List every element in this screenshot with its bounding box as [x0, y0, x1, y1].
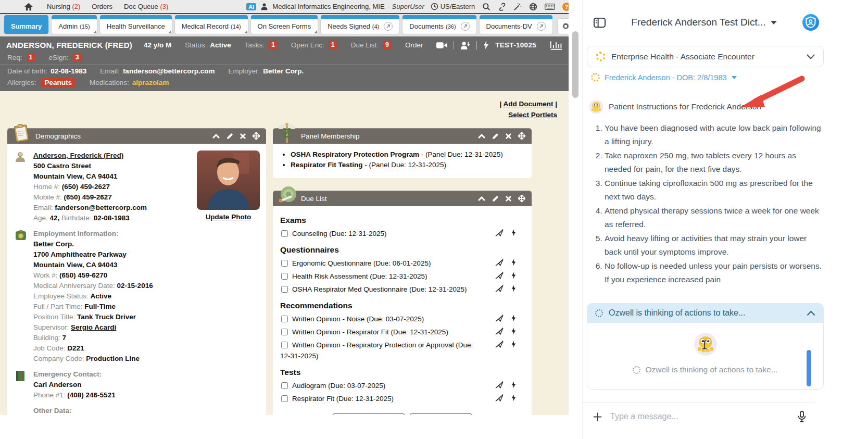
collapse-icon[interactable]	[478, 196, 485, 201]
send-icon[interactable]	[495, 259, 504, 266]
order-link[interactable]: Order	[405, 41, 423, 49]
send-icon[interactable]	[495, 381, 504, 388]
bolt-icon[interactable]	[511, 381, 516, 388]
select-portlets-link[interactable]: Select Portlets	[508, 111, 557, 119]
bolt-icon[interactable]	[511, 285, 516, 292]
send-icon[interactable]	[495, 315, 504, 322]
add-user-icon[interactable]	[460, 41, 470, 49]
add-attachment-icon[interactable]	[593, 412, 602, 421]
bolt-icon[interactable]	[511, 328, 516, 335]
sidebar-toggle-icon[interactable]	[593, 17, 606, 29]
tab-documents-dv[interactable]: Documents-DV	[480, 19, 552, 34]
patient-name-link[interactable]: Anderson, Frederick (Fred)	[33, 152, 123, 159]
due-item-checkbox[interactable]	[281, 329, 288, 335]
instruction-item: No follow-up is needed unless your pain …	[605, 259, 823, 286]
bolt-icon[interactable]	[511, 229, 516, 236]
external-link-icon[interactable]	[537, 22, 546, 31]
send-icon[interactable]	[495, 272, 504, 279]
nav-nursing[interactable]: Nursing (2)	[47, 3, 80, 10]
close-icon[interactable]	[506, 196, 511, 202]
close-icon[interactable]	[240, 133, 246, 139]
nav-doc-queue[interactable]: Doc Queue (3)	[124, 3, 168, 10]
due-item-checkbox[interactable]	[281, 395, 288, 402]
patient-context-link[interactable]: Frederick Anderson - DOB: 2/8/1983	[591, 73, 824, 82]
tab-health-surveillance[interactable]: Health Surveillance	[100, 19, 172, 34]
send-icon[interactable]	[495, 394, 504, 402]
ozwell-logo-icon[interactable]	[802, 14, 820, 31]
conversation-title-dropdown[interactable]: Frederick Anderson Test Dict...	[606, 17, 802, 28]
supervisor-link[interactable]: Sergio Acardi	[71, 323, 116, 331]
keyboard-icon[interactable]	[545, 3, 555, 10]
collapse-icon[interactable]	[212, 134, 220, 139]
send-icon[interactable]	[495, 285, 504, 292]
tab-medical-record[interactable]: Medical Record(14)	[175, 19, 248, 34]
due-section-heading: Recommendations	[280, 301, 524, 310]
due-item-checkbox[interactable]	[281, 342, 288, 348]
move-icon[interactable]	[518, 195, 525, 202]
edit-icon[interactable]	[492, 133, 499, 140]
due-section-heading: Exams	[280, 216, 524, 225]
send-icon[interactable]	[495, 328, 504, 335]
due-item-checkbox[interactable]	[281, 382, 288, 389]
chevron-up-icon[interactable]	[807, 310, 815, 316]
edit-icon[interactable]	[492, 195, 499, 202]
due-list-count-badge[interactable]: 9	[383, 41, 392, 49]
add-document-link[interactable]: Add Document	[503, 100, 553, 108]
due-item-checkbox[interactable]	[281, 286, 288, 293]
help-icon[interactable]: ?	[562, 3, 569, 11]
open-enc-count-badge[interactable]: 1	[329, 41, 337, 49]
status-value: Active	[210, 41, 231, 49]
due-item-checkbox[interactable]	[281, 316, 288, 322]
search-icon[interactable]	[482, 3, 490, 11]
video-call-icon[interactable]	[436, 42, 447, 49]
external-link-icon[interactable]	[384, 22, 393, 31]
bolt-icon[interactable]	[511, 315, 516, 322]
medication-value[interactable]: alprazolam	[132, 79, 169, 86]
allergy-badge[interactable]: Peanuts	[41, 78, 77, 87]
tab-on-screen-forms[interactable]: On Screen Forms	[251, 19, 318, 34]
chart-stats-icon[interactable]	[550, 41, 562, 50]
link-icon[interactable]	[498, 3, 506, 11]
globe-icon[interactable]	[529, 3, 537, 11]
external-link-icon[interactable]	[461, 22, 470, 31]
due-item-checkbox[interactable]	[281, 230, 288, 237]
bolt-icon[interactable]	[483, 41, 489, 49]
req-count-badge[interactable]: 1	[27, 53, 35, 62]
move-icon[interactable]	[253, 132, 260, 140]
tab-settings-gears-icon[interactable]	[558, 19, 569, 34]
bolt-icon[interactable]	[511, 341, 516, 348]
panel-scrollbar[interactable]	[807, 350, 811, 386]
due-item-checkbox[interactable]	[281, 260, 288, 267]
tab-admin[interactable]: Admin(15)	[52, 19, 96, 34]
bolt-icon[interactable]	[511, 394, 516, 402]
nav-orders[interactable]: Orders	[92, 3, 112, 10]
message-input[interactable]	[610, 412, 789, 421]
tab-needs-signed[interactable]: Needs Signed(4)	[321, 19, 399, 34]
tasks-count-badge[interactable]: 1	[269, 41, 278, 49]
perform-orders-button[interactable]: Perform Orders	[410, 413, 472, 415]
wand-icon[interactable]	[513, 3, 522, 11]
home-icon[interactable]	[24, 3, 33, 11]
microphone-icon[interactable]	[798, 411, 806, 422]
move-icon[interactable]	[518, 132, 525, 140]
clock-icon[interactable]	[431, 3, 438, 10]
requisition-orders-button[interactable]: Requisition Orders	[333, 413, 405, 415]
encounter-selector[interactable]: Enterprise Health - Associate Encounter	[587, 46, 824, 67]
close-icon[interactable]	[506, 133, 511, 139]
update-photo-link[interactable]: Update Photo	[206, 212, 251, 222]
send-icon[interactable]	[495, 229, 504, 236]
tab-summary[interactable]: Summary	[4, 19, 48, 34]
spinner-icon	[633, 366, 640, 374]
due-item-checkbox[interactable]	[281, 273, 288, 280]
bolt-icon[interactable]	[511, 259, 516, 266]
thinking-banner[interactable]: Ozwell is thinking of actions to take...	[587, 303, 824, 323]
esign-count-badge[interactable]: 3	[73, 53, 82, 62]
collapse-icon[interactable]	[478, 134, 485, 139]
ai-badge[interactable]: AI	[246, 3, 256, 10]
bolt-icon[interactable]	[511, 272, 516, 279]
scrollbar-thumb[interactable]	[572, 31, 578, 98]
tab-documents[interactable]: Documents(36)	[402, 19, 476, 34]
send-icon[interactable]	[495, 341, 504, 348]
edit-icon[interactable]	[227, 133, 233, 140]
main-scrollbar[interactable]	[569, 0, 582, 439]
